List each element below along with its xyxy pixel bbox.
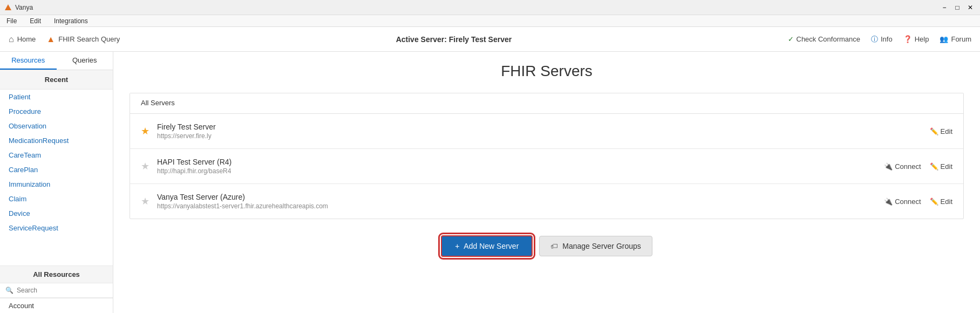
table-row: ★Firely Test Serverhttps://server.fire.l… (130, 114, 963, 149)
edit-label: Edit (941, 127, 952, 135)
server-name: Firely Test Server (157, 123, 930, 131)
check-icon: ✓ (788, 35, 794, 43)
info-label: Info (881, 35, 893, 43)
fhir-search-label: FHIR Search Query (58, 35, 120, 43)
connect-label: Connect (895, 198, 921, 206)
edit-button[interactable]: ✏️Edit (930, 127, 952, 135)
server-url: http://hapi.fhir.org/baseR4 (157, 167, 884, 175)
main-content: FHIR Servers All Servers ★Firely Test Se… (113, 52, 980, 313)
info-icon: ⓘ (871, 35, 878, 44)
recent-section-title: Recent (0, 70, 113, 90)
check-conformance-label: Check Conformance (797, 35, 861, 43)
plus-icon: + (455, 242, 459, 250)
connect-icon: 🔌 (884, 198, 893, 206)
sidebar-item[interactable]: ServiceRequest (0, 221, 113, 235)
search-icon: 🔍 (5, 287, 13, 294)
fhir-search-icon: ▲ (46, 35, 55, 44)
home-label: Home (17, 35, 36, 43)
sidebar-item[interactable]: Claim (0, 192, 113, 206)
server-name: Vanya Test Server (Azure) (157, 193, 884, 201)
server-actions: ✏️Edit (930, 127, 952, 135)
sidebar-item[interactable]: Observation (0, 119, 113, 133)
star-icon[interactable]: ★ (141, 160, 149, 172)
app-title: Vanya (15, 4, 33, 11)
fhir-search-link[interactable]: ▲ FHIR Search Query (46, 35, 120, 44)
server-name: HAPI Test Server (R4) (157, 158, 884, 166)
tab-queries[interactable]: Queries (57, 52, 113, 70)
edit-button[interactable]: ✏️Edit (930, 198, 952, 206)
help-label: Help (915, 35, 929, 43)
all-resources-title: All Resources (0, 266, 113, 283)
svg-marker-0 (5, 4, 11, 10)
menu-edit[interactable]: Edit (28, 16, 43, 26)
server-info: Vanya Test Server (Azure)https://vanyala… (157, 193, 884, 210)
restore-button[interactable]: □ (952, 2, 963, 13)
search-box: 🔍 (0, 283, 113, 298)
connect-button[interactable]: 🔌Connect (884, 162, 921, 171)
connect-button[interactable]: 🔌Connect (884, 198, 921, 206)
server-card: All Servers ★Firely Test Serverhttps://s… (130, 93, 964, 219)
close-button[interactable]: ✕ (965, 2, 976, 13)
minimize-button[interactable]: − (939, 2, 950, 13)
forum-action[interactable]: 👥 Forum (940, 35, 971, 43)
title-bar: Vanya − □ ✕ (0, 0, 980, 15)
help-icon: ❓ (903, 35, 912, 43)
help-action[interactable]: ❓ Help (903, 35, 929, 43)
server-info: HAPI Test Server (R4)http://hapi.fhir.or… (157, 158, 884, 175)
tag-icon: 🏷 (550, 242, 558, 250)
sidebar: Resources Queries Recent PatientProcedur… (0, 52, 113, 313)
account-item[interactable]: Account (0, 298, 113, 313)
manage-groups-label: Manage Server Groups (562, 242, 641, 250)
info-action[interactable]: ⓘ Info (871, 35, 893, 44)
active-server-label: Active Server: Firely Test Server (396, 35, 512, 44)
sidebar-item[interactable]: Patient (0, 90, 113, 104)
home-icon: ⌂ (9, 35, 14, 44)
home-link[interactable]: ⌂ Home (9, 35, 36, 44)
server-url: https://vanyalabstest1-server1.fhir.azur… (157, 202, 884, 210)
table-row: ★Vanya Test Server (Azure)https://vanyal… (130, 184, 963, 219)
tab-resources[interactable]: Resources (0, 52, 57, 70)
forum-label: Forum (951, 35, 971, 43)
bottom-actions: + Add New Server 🏷 Manage Server Groups (130, 235, 964, 257)
menu-integrations[interactable]: Integrations (52, 16, 90, 26)
menu-bar: File Edit Integrations (0, 15, 980, 27)
edit-icon: ✏️ (930, 198, 938, 206)
connect-label: Connect (895, 162, 921, 171)
star-icon[interactable]: ★ (141, 125, 149, 137)
sidebar-tabs: Resources Queries (0, 52, 113, 70)
server-info: Firely Test Serverhttps://server.fire.ly (157, 123, 930, 140)
manage-server-groups-button[interactable]: 🏷 Manage Server Groups (539, 236, 652, 256)
add-new-server-button[interactable]: + Add New Server (441, 235, 533, 257)
tab-all-servers[interactable]: All Servers (130, 93, 186, 113)
menu-file[interactable]: File (4, 16, 19, 26)
server-list: ★Firely Test Serverhttps://server.fire.l… (130, 114, 963, 219)
edit-icon: ✏️ (930, 162, 938, 171)
app-logo (4, 4, 12, 11)
check-conformance-action[interactable]: ✓ Check Conformance (788, 35, 861, 43)
sidebar-recent-items: PatientProcedureObservationMedicationReq… (0, 90, 113, 266)
connect-icon: 🔌 (884, 162, 893, 171)
sidebar-item[interactable]: Device (0, 206, 113, 221)
sidebar-item[interactable]: Procedure (0, 104, 113, 119)
server-actions: 🔌Connect✏️Edit (884, 198, 952, 206)
sidebar-item[interactable]: MedicationRequest (0, 133, 113, 148)
sidebar-item[interactable]: CareTeam (0, 148, 113, 162)
add-server-label: Add New Server (464, 242, 519, 250)
star-icon[interactable]: ★ (141, 195, 149, 207)
edit-label: Edit (941, 198, 952, 206)
search-input[interactable] (17, 287, 107, 294)
table-row: ★HAPI Test Server (R4)http://hapi.fhir.o… (130, 149, 963, 184)
sidebar-item[interactable]: Immunization (0, 177, 113, 192)
server-url: https://server.fire.ly (157, 132, 930, 140)
page-title: FHIR Servers (130, 63, 964, 80)
edit-label: Edit (941, 162, 952, 171)
server-tabs: All Servers (130, 93, 963, 114)
edit-button[interactable]: ✏️Edit (930, 162, 952, 171)
top-nav: ⌂ Home ▲ FHIR Search Query Active Server… (0, 27, 980, 52)
sidebar-item[interactable]: CarePlan (0, 162, 113, 177)
server-actions: 🔌Connect✏️Edit (884, 162, 952, 171)
forum-icon: 👥 (940, 35, 948, 43)
edit-icon: ✏️ (930, 127, 938, 135)
